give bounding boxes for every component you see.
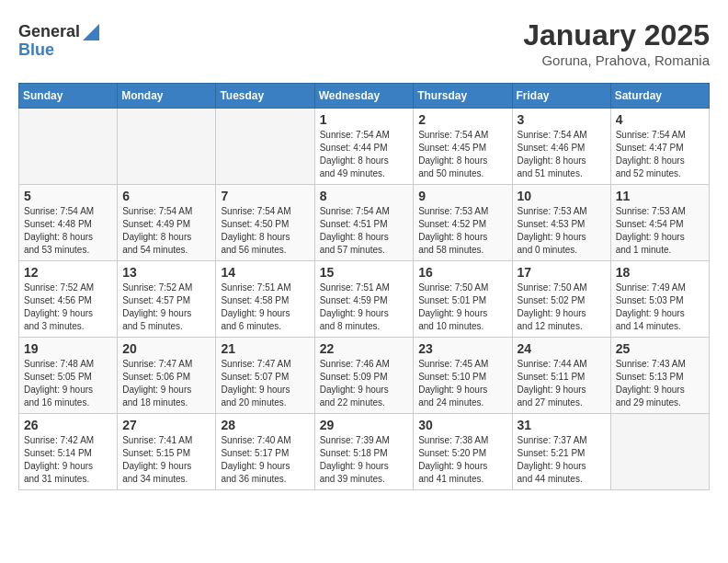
calendar-cell: 28Sunrise: 7:40 AM Sunset: 5:17 PM Dayli…	[216, 414, 314, 490]
day-info: Sunrise: 7:47 AM Sunset: 5:07 PM Dayligh…	[221, 358, 309, 409]
day-info: Sunrise: 7:54 AM Sunset: 4:48 PM Dayligh…	[24, 205, 112, 257]
day-info: Sunrise: 7:43 AM Sunset: 5:13 PM Dayligh…	[616, 358, 704, 409]
day-info: Sunrise: 7:54 AM Sunset: 4:47 PM Dayligh…	[616, 129, 704, 180]
calendar-cell: 17Sunrise: 7:50 AM Sunset: 5:02 PM Dayli…	[512, 261, 610, 338]
calendar-cell	[118, 109, 216, 185]
calendar-week-row: 26Sunrise: 7:42 AM Sunset: 5:14 PM Dayli…	[19, 414, 710, 490]
day-header-sunday: Sunday	[19, 84, 118, 109]
day-number: 12	[24, 265, 112, 280]
calendar-cell: 26Sunrise: 7:42 AM Sunset: 5:14 PM Dayli…	[19, 414, 118, 490]
day-number: 15	[320, 265, 409, 280]
day-number: 19	[24, 341, 112, 356]
calendar-cell: 1Sunrise: 7:54 AM Sunset: 4:44 PM Daylig…	[314, 109, 414, 185]
day-info: Sunrise: 7:46 AM Sunset: 5:09 PM Dayligh…	[320, 358, 409, 409]
calendar-cell: 19Sunrise: 7:48 AM Sunset: 5:05 PM Dayli…	[19, 338, 118, 414]
day-number: 26	[24, 418, 112, 432]
day-header-saturday: Saturday	[610, 84, 709, 109]
day-info: Sunrise: 7:54 AM Sunset: 4:50 PM Dayligh…	[221, 205, 309, 257]
calendar-cell: 22Sunrise: 7:46 AM Sunset: 5:09 PM Dayli…	[314, 338, 414, 414]
day-info: Sunrise: 7:40 AM Sunset: 5:17 PM Dayligh…	[221, 434, 309, 486]
calendar-cell: 27Sunrise: 7:41 AM Sunset: 5:15 PM Dayli…	[118, 414, 216, 490]
day-info: Sunrise: 7:49 AM Sunset: 5:03 PM Dayligh…	[616, 282, 704, 333]
calendar-cell: 10Sunrise: 7:53 AM Sunset: 4:53 PM Dayli…	[512, 185, 610, 261]
day-number: 29	[320, 418, 409, 432]
calendar-cell: 11Sunrise: 7:53 AM Sunset: 4:54 PM Dayli…	[610, 185, 709, 261]
calendar-cell: 16Sunrise: 7:50 AM Sunset: 5:01 PM Dayli…	[414, 261, 512, 338]
day-info: Sunrise: 7:50 AM Sunset: 5:02 PM Dayligh…	[518, 282, 606, 333]
day-info: Sunrise: 7:48 AM Sunset: 5:05 PM Dayligh…	[24, 358, 112, 409]
day-header-monday: Monday	[118, 84, 216, 109]
day-number: 8	[320, 189, 409, 203]
calendar-header-row: SundayMondayTuesdayWednesdayThursdayFrid…	[19, 84, 710, 109]
calendar-cell: 29Sunrise: 7:39 AM Sunset: 5:18 PM Dayli…	[314, 414, 414, 490]
day-info: Sunrise: 7:45 AM Sunset: 5:10 PM Dayligh…	[418, 358, 506, 409]
day-number: 1	[320, 112, 409, 127]
day-info: Sunrise: 7:50 AM Sunset: 5:01 PM Dayligh…	[418, 282, 506, 333]
day-info: Sunrise: 7:52 AM Sunset: 4:57 PM Dayligh…	[122, 282, 210, 333]
calendar-cell: 6Sunrise: 7:54 AM Sunset: 4:49 PM Daylig…	[118, 185, 216, 261]
day-number: 23	[418, 341, 506, 356]
day-header-tuesday: Tuesday	[216, 84, 314, 109]
logo-bird-icon	[83, 20, 99, 40]
day-number: 3	[518, 112, 606, 127]
calendar-cell: 3Sunrise: 7:54 AM Sunset: 4:46 PM Daylig…	[512, 109, 610, 185]
day-number: 14	[221, 265, 309, 280]
day-info: Sunrise: 7:54 AM Sunset: 4:46 PM Dayligh…	[518, 129, 606, 180]
calendar-cell: 25Sunrise: 7:43 AM Sunset: 5:13 PM Dayli…	[610, 338, 709, 414]
day-info: Sunrise: 7:54 AM Sunset: 4:44 PM Dayligh…	[320, 129, 409, 180]
calendar-cell: 9Sunrise: 7:53 AM Sunset: 4:52 PM Daylig…	[414, 185, 512, 261]
day-header-thursday: Thursday	[414, 84, 512, 109]
calendar-cell	[216, 109, 314, 185]
day-number: 31	[518, 418, 606, 432]
calendar-week-row: 5Sunrise: 7:54 AM Sunset: 4:48 PM Daylig…	[19, 185, 710, 261]
calendar-cell: 5Sunrise: 7:54 AM Sunset: 4:48 PM Daylig…	[19, 185, 118, 261]
day-number: 4	[616, 112, 704, 127]
day-info: Sunrise: 7:53 AM Sunset: 4:54 PM Dayligh…	[616, 205, 704, 257]
calendar-week-row: 12Sunrise: 7:52 AM Sunset: 4:56 PM Dayli…	[19, 261, 710, 338]
day-number: 22	[320, 341, 409, 356]
month-title: January 2025	[523, 18, 710, 52]
day-number: 16	[418, 265, 506, 280]
day-number: 2	[418, 112, 506, 127]
day-number: 7	[221, 189, 309, 203]
day-info: Sunrise: 7:41 AM Sunset: 5:15 PM Dayligh…	[122, 434, 210, 486]
day-info: Sunrise: 7:51 AM Sunset: 4:58 PM Dayligh…	[221, 282, 309, 333]
calendar-table: SundayMondayTuesdayWednesdayThursdayFrid…	[18, 83, 710, 490]
calendar-week-row: 1Sunrise: 7:54 AM Sunset: 4:44 PM Daylig…	[19, 109, 710, 185]
calendar-cell: 31Sunrise: 7:37 AM Sunset: 5:21 PM Dayli…	[512, 414, 610, 490]
day-number: 24	[518, 341, 606, 356]
calendar-cell: 14Sunrise: 7:51 AM Sunset: 4:58 PM Dayli…	[216, 261, 314, 338]
day-number: 20	[122, 341, 210, 356]
day-info: Sunrise: 7:51 AM Sunset: 4:59 PM Dayligh…	[320, 282, 409, 333]
day-info: Sunrise: 7:42 AM Sunset: 5:14 PM Dayligh…	[24, 434, 112, 486]
day-info: Sunrise: 7:52 AM Sunset: 4:56 PM Dayligh…	[24, 282, 112, 333]
day-header-friday: Friday	[512, 84, 610, 109]
day-header-wednesday: Wednesday	[314, 84, 414, 109]
calendar-cell: 18Sunrise: 7:49 AM Sunset: 5:03 PM Dayli…	[610, 261, 709, 338]
calendar-cell	[610, 414, 709, 490]
day-number: 13	[122, 265, 210, 280]
calendar-cell: 21Sunrise: 7:47 AM Sunset: 5:07 PM Dayli…	[216, 338, 314, 414]
calendar-cell: 30Sunrise: 7:38 AM Sunset: 5:20 PM Dayli…	[414, 414, 512, 490]
day-number: 10	[518, 189, 606, 203]
calendar-cell: 2Sunrise: 7:54 AM Sunset: 4:45 PM Daylig…	[414, 109, 512, 185]
day-info: Sunrise: 7:44 AM Sunset: 5:11 PM Dayligh…	[518, 358, 606, 409]
day-number: 9	[418, 189, 506, 203]
calendar-cell: 4Sunrise: 7:54 AM Sunset: 4:47 PM Daylig…	[610, 109, 709, 185]
page-header: General Blue January 2025 Goruna, Prahov…	[18, 18, 710, 68]
day-number: 6	[122, 189, 210, 203]
logo-text-blue: Blue	[18, 40, 99, 60]
logo-text-general: General	[18, 22, 80, 41]
day-number: 5	[24, 189, 112, 203]
location: Goruna, Prahova, Romania	[523, 52, 710, 68]
day-info: Sunrise: 7:54 AM Sunset: 4:51 PM Dayligh…	[320, 205, 409, 257]
calendar-cell: 15Sunrise: 7:51 AM Sunset: 4:59 PM Dayli…	[314, 261, 414, 338]
day-number: 11	[616, 189, 704, 203]
calendar-cell: 12Sunrise: 7:52 AM Sunset: 4:56 PM Dayli…	[19, 261, 118, 338]
day-info: Sunrise: 7:39 AM Sunset: 5:18 PM Dayligh…	[320, 434, 409, 486]
calendar-cell: 13Sunrise: 7:52 AM Sunset: 4:57 PM Dayli…	[118, 261, 216, 338]
calendar-cell: 8Sunrise: 7:54 AM Sunset: 4:51 PM Daylig…	[314, 185, 414, 261]
day-number: 30	[418, 418, 506, 432]
day-info: Sunrise: 7:53 AM Sunset: 4:52 PM Dayligh…	[418, 205, 506, 257]
day-info: Sunrise: 7:37 AM Sunset: 5:21 PM Dayligh…	[518, 434, 606, 486]
